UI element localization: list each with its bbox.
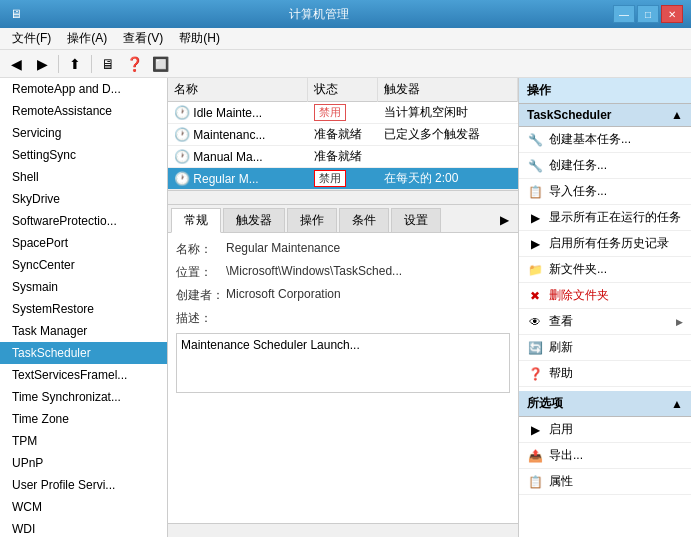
tab-trigger[interactable]: 触发器 [223,208,285,232]
export-action[interactable]: 📤 导出... [519,443,691,469]
selected-title: 所选项 [527,395,563,412]
tab-settings[interactable]: 设置 [391,208,441,232]
task-table-container: 名称 状态 触发器 🕐 Idle Mainte... 禁用 [168,78,518,190]
sidebar-item-upnp[interactable]: UPnP [0,452,167,474]
sidebar-item-skydrive[interactable]: SkyDrive [0,188,167,210]
creator-label: 创建者： [176,287,226,304]
sidebar-item-taskmanager[interactable]: Task Manager [0,320,167,342]
task-status: 准备就绪 [308,124,378,146]
create-basic-task-action[interactable]: 🔧 创建基本任务... [519,127,691,153]
create-task-label: 创建任务... [549,157,607,174]
sidebar-item-systemrestore[interactable]: SystemRestore [0,298,167,320]
operations-title: 操作 [527,82,551,99]
task-icon: 🕐 [174,105,190,120]
import-task-label: 导入任务... [549,183,607,200]
sidebar-item-softwareprotection[interactable]: SoftwareProtectio... [0,210,167,232]
task-status: 准备就绪 [308,146,378,168]
create-task-action[interactable]: 🔧 创建任务... [519,153,691,179]
detail-name-row: 名称： Regular Maintenance [176,241,510,258]
sidebar-item-remoteassistance[interactable]: RemoteAssistance [0,100,167,122]
delete-folder-label: 删除文件夹 [549,287,609,304]
help-action[interactable]: ❓ 帮助 [519,361,691,387]
table-row[interactable]: 🕐 Maintenanc... 准备就绪 已定义多个触发器 [168,124,518,146]
view-action[interactable]: 👁 查看 [519,309,691,335]
refresh-icon: 🔄 [527,340,543,356]
import-task-action[interactable]: 📋 导入任务... [519,179,691,205]
sidebar-item-spaceport[interactable]: SpacePort [0,232,167,254]
sidebar-item-userprofile[interactable]: User Profile Servi... [0,474,167,496]
delete-folder-action[interactable]: ✖ 删除文件夹 [519,283,691,309]
new-folder-label: 新文件夹... [549,261,607,278]
status-badge: 禁用 [314,170,346,187]
sidebar-item-shell[interactable]: Shell [0,166,167,188]
sidebar-item-timesync[interactable]: Time Synchronizat... [0,386,167,408]
help-button[interactable]: ❓ [122,53,146,75]
up-button[interactable]: ⬆ [63,53,87,75]
detail-hscrollbar[interactable] [168,523,518,537]
menu-view[interactable]: 查看(V) [115,28,171,49]
desc-value: Maintenance Scheduler Launch... [181,338,360,352]
menu-action[interactable]: 操作(A) [59,28,115,49]
new-folder-action[interactable]: 📁 新文件夹... [519,257,691,283]
enable-history-action[interactable]: ▶ 启用所有任务历史记录 [519,231,691,257]
sidebar-item-sysmain[interactable]: Sysmain [0,276,167,298]
sidebar-item-taskscheduler[interactable]: TaskScheduler [0,342,167,364]
window-title: 计算机管理 [24,6,613,23]
computer-button[interactable]: 🖥 [96,53,120,75]
sidebar-item-settingsync[interactable]: SettingSync [0,144,167,166]
tab-scroll-right[interactable]: ▶ [494,208,515,232]
tab-condition[interactable]: 条件 [339,208,389,232]
restore-button[interactable]: □ [637,5,659,23]
task-name: 🕐 Manual Ma... [168,146,308,168]
tabs-bar: 常规 触发器 操作 条件 设置 ▶ [168,205,518,233]
import-task-icon: 📋 [527,184,543,200]
properties-action[interactable]: 📋 属性 [519,469,691,495]
task-status: 禁用 [308,168,378,190]
show-running-label: 显示所有正在运行的任务 [549,209,681,226]
name-label: 名称： [176,241,226,258]
sidebar-item-timezone[interactable]: Time Zone [0,408,167,430]
task-trigger: 已定义多个触发器 [378,124,518,146]
menu-file[interactable]: 文件(F) [4,28,59,49]
tab-general[interactable]: 常规 [171,208,221,233]
menu-bar: 文件(F) 操作(A) 查看(V) 帮助(H) [0,28,691,50]
col-status: 状态 [308,78,378,102]
task-status: 禁用 [308,102,378,124]
menu-help[interactable]: 帮助(H) [171,28,228,49]
show-running-action[interactable]: ▶ 显示所有正在运行的任务 [519,205,691,231]
table-row-selected[interactable]: 🕐 Regular M... 禁用 在每天的 2:00 [168,168,518,190]
right-panel-header: 操作 [519,78,691,104]
view-button[interactable]: 🔲 [148,53,172,75]
center-area: 名称 状态 触发器 🕐 Idle Mainte... 禁用 [168,78,519,537]
export-icon: 📤 [527,448,543,464]
scheduler-collapse-icon[interactable]: ▲ [671,108,683,122]
sidebar-item-textservices[interactable]: TextServicesFramel... [0,364,167,386]
task-icon: 🕐 [174,149,190,164]
table-row[interactable]: 🕐 Manual Ma... 准备就绪 [168,146,518,168]
detail-creator-row: 创建者： Microsoft Corporation [176,287,510,304]
sidebar-item-wdi[interactable]: WDI [0,518,167,537]
selected-collapse-icon[interactable]: ▲ [671,397,683,411]
delete-folder-icon: ✖ [527,288,543,304]
minimize-button[interactable]: — [613,5,635,23]
sidebar-item-wcm[interactable]: WCM [0,496,167,518]
sidebar-item-servicing[interactable]: Servicing [0,122,167,144]
close-button[interactable]: ✕ [661,5,683,23]
forward-button[interactable]: ▶ [30,53,54,75]
table-row[interactable]: 🕐 Idle Mainte... 禁用 当计算机空闲时 [168,102,518,124]
sidebar-item-remoteapp[interactable]: RemoteApp and D... [0,78,167,100]
tab-action[interactable]: 操作 [287,208,337,232]
sidebar: RemoteApp and D... RemoteAssistance Serv… [0,78,168,537]
desc-box: Maintenance Scheduler Launch... [176,333,510,393]
chevron-right-icon: ▶ [500,213,509,227]
task-trigger [378,146,518,168]
new-folder-icon: 📁 [527,262,543,278]
table-hscrollbar[interactable] [168,190,518,204]
enable-action[interactable]: ▶ 启用 [519,417,691,443]
view-label: 查看 [549,313,573,330]
sidebar-item-synccenter[interactable]: SyncCenter [0,254,167,276]
sidebar-item-tpm[interactable]: TPM [0,430,167,452]
enable-history-icon: ▶ [527,236,543,252]
back-button[interactable]: ◀ [4,53,28,75]
refresh-action[interactable]: 🔄 刷新 [519,335,691,361]
